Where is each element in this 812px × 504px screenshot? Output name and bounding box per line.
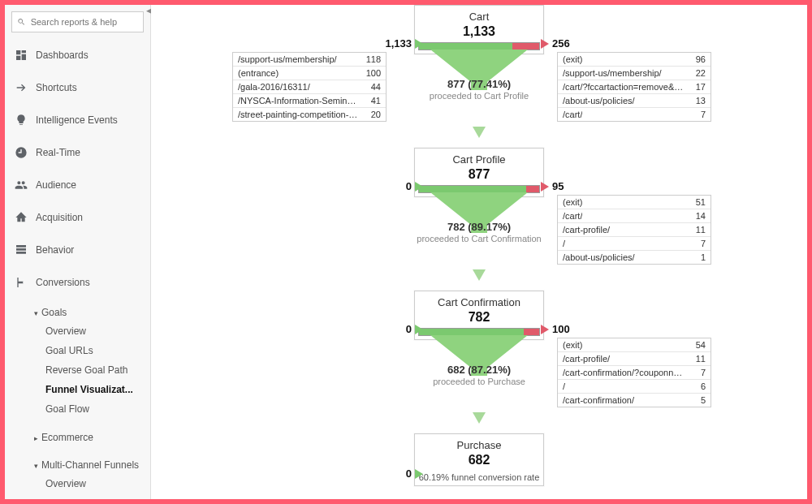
out-table-cart[interactable]: (exit)96 /support-us/membership/22 /cart… xyxy=(557,52,711,122)
in-count-purchase: 0 xyxy=(374,467,423,480)
final-conversion-rate: 60.19% funnel conversion rate xyxy=(418,472,540,482)
nav-label: Conversions xyxy=(36,277,90,288)
subnav-overview[interactable]: Overview xyxy=(34,321,150,341)
stage-count: 1,133 xyxy=(418,24,540,39)
flag-icon xyxy=(13,276,29,289)
search-input[interactable] xyxy=(31,17,138,27)
bulb-icon xyxy=(13,114,29,127)
arrow-out-icon xyxy=(541,182,549,192)
nav-dashboards[interactable]: Dashboards xyxy=(5,39,150,71)
in-count-profile: 0 xyxy=(374,180,423,192)
stage-title: Cart xyxy=(418,11,540,23)
nav-label: Audience xyxy=(36,179,76,191)
nav-behavior[interactable]: Behavior xyxy=(5,234,150,266)
out-table-confirmation[interactable]: (exit)54 /cart-profile/11 /cart-confirma… xyxy=(557,338,711,407)
subnav-funnel-visualization[interactable]: Funnel Visualizat... xyxy=(34,380,150,399)
arrow-in-icon xyxy=(415,325,423,334)
in-count-confirmation: 0 xyxy=(374,323,423,335)
funnel-label-3: 682 (87.21%) proceeded to Purchase xyxy=(398,364,560,386)
nav-label: Shortcuts xyxy=(36,82,77,93)
subnav-mcf-assisted[interactable]: Assisted Conversi... xyxy=(34,493,150,499)
nav-shortcuts[interactable]: Shortcuts xyxy=(5,71,150,104)
subnav-reverse-goal-path[interactable]: Reverse Goal Path xyxy=(34,360,150,380)
stage-purchase: Purchase 682 60.19% funnel conversion ra… xyxy=(414,433,544,486)
out-count-cart: 256 xyxy=(541,37,570,50)
clock-icon xyxy=(13,146,29,159)
nav-audience[interactable]: Audience xyxy=(5,169,150,201)
stage-count: 782 xyxy=(418,310,540,325)
subnav-ecommerce[interactable]: ▸Ecommerce xyxy=(34,429,150,446)
nav-realtime[interactable]: Real-Time xyxy=(5,136,150,169)
out-count-profile: 95 xyxy=(541,180,564,192)
subnav-goals[interactable]: ▾Goals xyxy=(34,304,150,321)
nav-label: Intelligence Events xyxy=(36,114,118,126)
stage-cart: Cart 1,133 xyxy=(414,5,544,54)
subnav-mcf[interactable]: ▾Multi-Channel Funnels xyxy=(34,456,150,474)
audience-icon xyxy=(13,179,29,192)
nav-label: Dashboards xyxy=(36,50,89,61)
shortcuts-icon xyxy=(13,81,29,94)
main-canvas: Cart 1,133 1,133 256 /support-us/members… xyxy=(151,5,807,499)
subnav-goal-flow[interactable]: Goal Flow xyxy=(34,399,150,419)
nav-intelligence[interactable]: Intelligence Events xyxy=(5,104,150,136)
down-arrow-icon xyxy=(473,269,486,281)
stage-count: 682 xyxy=(418,453,540,467)
down-arrow-icon xyxy=(473,127,486,138)
arrow-out-icon xyxy=(541,325,549,334)
nav-label: Behavior xyxy=(36,244,74,256)
out-table-profile[interactable]: (exit)51 /cart/14 /cart-profile/11 /7 /a… xyxy=(557,195,711,265)
stage-cart-confirmation: Cart Confirmation 782 xyxy=(414,291,544,340)
nav-conversions[interactable]: Conversions xyxy=(5,266,150,299)
arrow-in-icon xyxy=(415,39,423,49)
arrow-out-icon xyxy=(541,39,549,49)
dashboards-icon xyxy=(13,49,29,62)
subnav-conversions: ▾Goals Overview Goal URLs Reverse Goal P… xyxy=(5,299,150,499)
out-count-confirmation: 100 xyxy=(541,323,570,335)
stage-count: 877 xyxy=(418,167,540,182)
stage-title: Purchase xyxy=(418,439,540,451)
down-arrow-icon xyxy=(473,412,486,424)
nav-label: Acquisition xyxy=(36,212,83,223)
nav-label: Real-Time xyxy=(36,147,80,158)
in-table-cart[interactable]: /support-us/membership/118 (entrance)100… xyxy=(232,52,387,122)
in-count-cart: 1,133 xyxy=(374,37,423,50)
nav-acquisition[interactable]: Acquisition xyxy=(5,201,150,234)
funnel-label-2: 782 (89.17%) proceeded to Cart Confirmat… xyxy=(398,221,560,243)
stage-cart-profile: Cart Profile 877 xyxy=(414,148,544,197)
search-box[interactable] xyxy=(11,11,144,32)
subnav-goal-urls[interactable]: Goal URLs xyxy=(34,341,150,360)
stage-title: Cart Confirmation xyxy=(418,296,540,308)
behavior-icon xyxy=(13,243,29,256)
arrow-in-icon xyxy=(415,469,423,479)
acquisition-icon xyxy=(13,211,29,224)
sidebar: Dashboards Shortcuts Intelligence Events… xyxy=(5,5,151,499)
subnav-mcf-overview[interactable]: Overview xyxy=(34,474,150,493)
search-icon xyxy=(17,17,26,27)
arrow-in-icon xyxy=(415,182,423,192)
stage-title: Cart Profile xyxy=(418,153,540,166)
funnel-label-1: 877 (77.41%) proceeded to Cart Profile xyxy=(398,78,560,101)
